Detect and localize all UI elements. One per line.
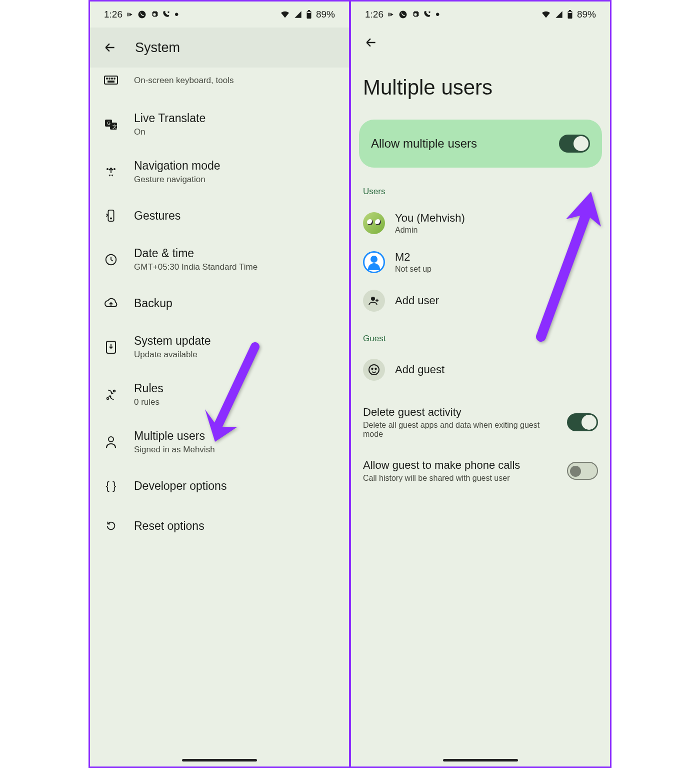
svg-rect-4	[308, 12, 311, 13]
svg-point-16	[114, 169, 115, 170]
toggle-label: Allow multiple users	[371, 137, 477, 151]
phone-icon	[398, 10, 408, 19]
phone-left: 1:26 • 89% System	[90, 2, 350, 766]
guest-label: Add guest	[395, 363, 444, 376]
status-bar: 1:26 • 89%	[351, 2, 610, 28]
row-backup[interactable]: Backup	[90, 283, 349, 323]
user-name: M2	[395, 251, 432, 264]
nav-bar[interactable]	[182, 759, 257, 761]
svg-point-15	[107, 169, 108, 170]
svg-point-9	[114, 78, 115, 79]
header	[351, 28, 610, 58]
update-icon	[102, 338, 120, 356]
row-title: System update	[134, 334, 210, 348]
svg-point-6	[106, 78, 108, 79]
svg-rect-10	[108, 81, 114, 82]
row-rules[interactable]: Rules0 rules	[90, 371, 349, 418]
svg-point-32	[375, 368, 376, 369]
user-sub: Not set up	[395, 265, 432, 274]
dev-icon: { }	[102, 477, 120, 495]
translate-icon: G文	[102, 116, 120, 134]
gesture-icon	[102, 207, 120, 225]
allow-multiple-users-switch[interactable]	[559, 135, 590, 153]
row-navigation-mode[interactable]: Navigation modeGesture navigation	[90, 148, 349, 196]
phone-icon	[138, 10, 146, 19]
person-icon	[102, 433, 120, 451]
row-multiple-users[interactable]: Multiple usersSigned in as Mehvish	[90, 418, 349, 466]
svg-point-31	[372, 368, 372, 369]
svg-point-23	[108, 437, 114, 442]
rules-icon	[102, 386, 120, 404]
svg-point-8	[112, 78, 112, 79]
svg-point-30	[369, 365, 379, 375]
svg-point-29	[371, 297, 375, 301]
row-live-translate[interactable]: G文 Live TranslateOn	[90, 101, 349, 148]
allow-multiple-users-card[interactable]: Allow multiple users	[359, 120, 602, 168]
setting-guest-phone-calls[interactable]: Allow guest to make phone callsCall hist…	[351, 449, 610, 493]
svg-point-22	[114, 390, 116, 392]
row-reset-options[interactable]: Reset options	[90, 506, 349, 546]
wifi-icon	[280, 11, 290, 19]
svg-rect-3	[308, 10, 310, 11]
row-date-time[interactable]: Date & timeGMT+05:30 India Standard Time	[90, 236, 349, 283]
user-you[interactable]: You (Mehvish)Admin	[351, 204, 610, 243]
back-button[interactable]	[100, 38, 120, 58]
setting-sub: Call history will be shared with guest u…	[363, 474, 558, 483]
cloud-icon	[102, 294, 120, 312]
signal-icon	[555, 11, 563, 19]
row-gestures[interactable]: Gestures	[90, 196, 349, 236]
reset-icon	[102, 517, 120, 535]
page-title: Multiple users	[351, 58, 610, 120]
battery-icon	[306, 10, 312, 19]
setting-title: Delete guest activity	[363, 406, 558, 419]
row-sub: Update available	[134, 350, 210, 360]
add-guest[interactable]: Add guest	[351, 351, 610, 389]
add-user-icon	[363, 290, 385, 312]
user-m2[interactable]: M2Not set up	[351, 243, 610, 282]
signal-icon	[294, 11, 302, 19]
avatar	[363, 251, 385, 273]
status-battery: 89%	[316, 9, 335, 20]
row-sub: On	[134, 127, 206, 137]
row-title: Navigation mode	[134, 159, 220, 173]
call-icon	[424, 11, 432, 19]
nav-icon	[102, 163, 120, 181]
row-developer-options[interactable]: { } Developer options	[90, 466, 349, 506]
nav-bar[interactable]	[443, 759, 518, 761]
svg-text:文: 文	[112, 124, 117, 129]
svg-rect-5	[104, 76, 118, 84]
setting-delete-guest-activity[interactable]: Delete guest activityDelete all guest ap…	[351, 396, 610, 449]
svg-rect-24	[388, 13, 390, 17]
svg-text:G: G	[107, 121, 110, 126]
setting-title: Allow guest to make phone calls	[363, 459, 558, 472]
row-keyboard[interactable]: On-screen keyboard, tools	[90, 68, 349, 101]
row-title: Backup	[134, 297, 172, 310]
settings-list: On-screen keyboard, tools G文 Live Transl…	[90, 68, 349, 566]
phone-right: 1:26 • 89% Multiple users Allow multiple…	[350, 2, 610, 766]
row-system-update[interactable]: System updateUpdate available	[90, 323, 349, 371]
battery-icon	[567, 10, 573, 19]
delete-guest-switch[interactable]	[567, 413, 598, 431]
row-title: Gestures	[134, 209, 180, 223]
clock-icon	[102, 251, 120, 269]
back-button[interactable]	[361, 33, 381, 53]
row-title: Developer options	[134, 479, 226, 493]
svg-rect-28	[568, 12, 572, 13]
status-time: 1:26	[104, 9, 122, 20]
guest-calls-switch[interactable]	[567, 462, 598, 480]
page-title: System	[135, 40, 180, 56]
section-guest: Guest	[351, 330, 610, 351]
status-bar: 1:26 • 89%	[90, 2, 349, 28]
svg-rect-27	[569, 10, 572, 11]
gear-icon	[150, 11, 158, 19]
svg-point-18	[110, 218, 112, 219]
row-sub: Signed in as Mehvish	[134, 445, 215, 455]
add-user[interactable]: Add user	[351, 282, 610, 320]
wifi-icon	[541, 11, 551, 19]
setting-sub: Delete all guest apps and data when exit…	[363, 421, 558, 439]
row-sub: Gesture navigation	[134, 175, 220, 185]
row-sub: 0 rules	[134, 397, 164, 407]
svg-point-7	[109, 78, 110, 79]
user-sub: Admin	[395, 226, 465, 235]
row-sub: GMT+05:30 India Standard Time	[134, 262, 258, 272]
